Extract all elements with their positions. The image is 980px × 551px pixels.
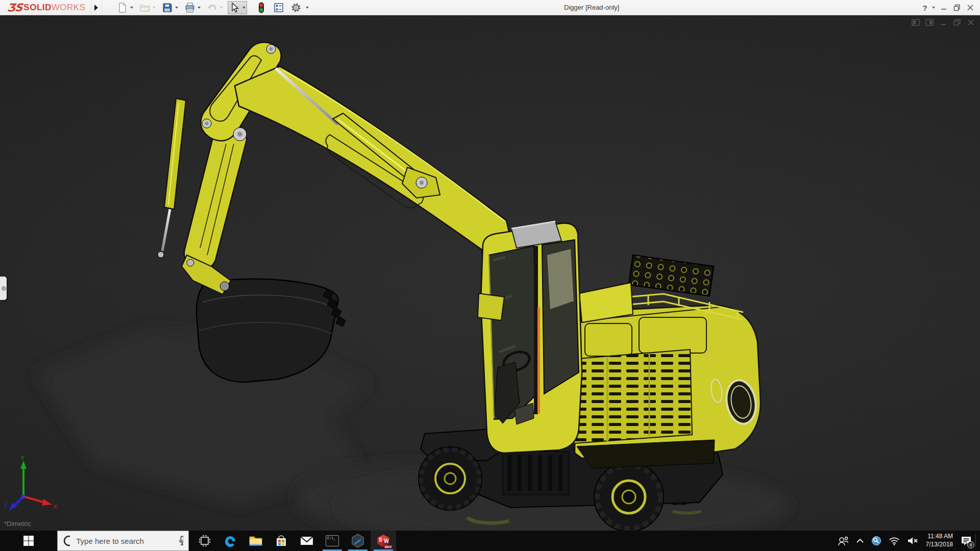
flyout-arrow-icon [94, 5, 98, 11]
hidden-icons-button[interactable] [852, 531, 868, 551]
chevron-up-icon [856, 538, 864, 543]
edge-icon [224, 534, 237, 547]
solidworks-taskbar-button[interactable]: SW 2017 [371, 531, 396, 551]
store-button[interactable] [268, 531, 294, 551]
select-tool-button[interactable] [228, 1, 247, 14]
system-tray: 11:48 AM 7/13/2018 4 [834, 531, 980, 551]
pane-toggle-icon[interactable] [911, 18, 921, 27]
pane-toggle-2-icon[interactable] [924, 18, 935, 27]
solidworks-logo-works: WORKS [52, 3, 86, 13]
dropdown-caret-icon[interactable] [130, 7, 133, 9]
menu-flyout-button[interactable] [91, 0, 102, 15]
people-button[interactable] [834, 531, 852, 551]
view-orientation-label: *Dimetric [4, 520, 31, 528]
print-icon [184, 2, 195, 13]
undo-button[interactable] [205, 1, 225, 14]
action-center-button[interactable]: 4 [957, 531, 975, 551]
taskbar-search[interactable] [57, 531, 189, 551]
new-document-icon [117, 2, 128, 13]
notification-badge: 4 [967, 541, 974, 548]
hexagon-app-button[interactable] [345, 531, 371, 551]
options-button[interactable] [289, 1, 310, 14]
dropdown-caret-icon[interactable] [306, 7, 309, 9]
options-gear-icon [290, 2, 302, 13]
close-button[interactable] [964, 0, 977, 15]
network-button[interactable] [885, 531, 903, 551]
feature-manager-collapsed-tab[interactable] [0, 277, 7, 300]
triad-x-label: X [54, 504, 57, 510]
restore-button[interactable] [950, 0, 964, 15]
sw-year-label: 2017 [384, 545, 392, 548]
task-view-button[interactable] [192, 531, 217, 551]
blue-circle-icon [871, 536, 881, 546]
doc-minimize-icon[interactable] [938, 18, 948, 27]
center-pillar [534, 246, 538, 414]
traffic-light-icon [256, 2, 267, 13]
open-button[interactable] [138, 1, 157, 14]
command-prompt-icon: C:\_ [326, 535, 339, 546]
triad-y-label: Y [21, 456, 24, 461]
save-button[interactable] [160, 1, 180, 14]
wifi-icon [889, 536, 900, 545]
selected-edge-highlight [537, 307, 540, 413]
command-prompt-button[interactable]: C:\_ [320, 531, 345, 551]
tray-date: 7/13/2018 [926, 541, 953, 549]
help-button[interactable]: ? [920, 0, 930, 15]
save-floppy-icon [162, 2, 173, 13]
file-properties-button[interactable] [272, 1, 286, 14]
triad-z-label: Z [4, 502, 7, 508]
mail-icon [300, 536, 313, 546]
new-document-button[interactable] [115, 1, 135, 14]
titlebar: ƷS SOLID WORKS [0, 0, 980, 15]
minimize-button[interactable] [937, 0, 950, 15]
document-window-controls [911, 18, 976, 27]
windows-taskbar: C:\_ SW 2017 11:48 AM [0, 531, 980, 551]
volume-button[interactable] [903, 531, 922, 551]
help-dropdown-button[interactable] [930, 0, 937, 15]
tray-app-button[interactable] [868, 531, 885, 551]
open-folder-icon [139, 2, 151, 13]
rebuild-traffic-light-button[interactable] [254, 1, 268, 14]
hexagon-app-icon [351, 534, 364, 548]
dropdown-caret-icon [932, 7, 935, 9]
print-button[interactable] [183, 1, 202, 14]
undo-arrow-icon [207, 2, 218, 13]
model-canvas[interactable] [0, 15, 980, 531]
dropdown-caret-icon[interactable] [175, 7, 178, 9]
solidworks-logo-solid: SOLID [23, 3, 51, 13]
select-cursor-icon [229, 2, 240, 13]
dropdown-caret-icon[interactable] [242, 7, 246, 9]
solidworks-logo-mark: ƷS [7, 2, 23, 14]
mail-button[interactable] [294, 531, 320, 551]
show-desktop-button[interactable] [976, 531, 980, 551]
document-title: Digger [Read-only] [564, 0, 619, 15]
quick-toolbar [115, 0, 313, 15]
window-controls: ? [920, 0, 977, 15]
windows-logo-icon [23, 535, 34, 546]
roof-grid-panel [629, 255, 714, 296]
file-explorer-icon [249, 535, 262, 546]
cab[interactable] [478, 221, 582, 453]
front-right-wheel[interactable] [594, 462, 664, 531]
file-explorer-button[interactable] [243, 531, 268, 551]
speaker-muted-icon [907, 536, 918, 545]
cortana-icon [63, 535, 70, 547]
tray-time: 11:48 AM [926, 533, 953, 541]
search-input[interactable] [76, 537, 178, 545]
task-view-icon [199, 535, 210, 546]
microphone-icon[interactable] [178, 535, 183, 546]
side-vents [566, 349, 692, 444]
solidworks-app-icon: SW 2017 [377, 534, 390, 547]
front-left-wheel[interactable] [419, 447, 482, 510]
taskbar-clock[interactable]: 11:48 AM 7/13/2018 [922, 533, 957, 548]
dropdown-caret-icon[interactable] [198, 7, 201, 9]
orientation-triad[interactable]: Y X Z [3, 456, 59, 514]
file-properties-icon [273, 2, 284, 13]
graphics-viewport[interactable]: Y X Z *Dimetric [0, 15, 980, 531]
doc-close-icon[interactable] [966, 18, 976, 27]
doc-restore-icon[interactable] [952, 18, 962, 27]
edge-button[interactable] [217, 531, 243, 551]
start-button[interactable] [0, 531, 57, 551]
store-icon [275, 535, 287, 547]
taskbar-apps: C:\_ SW 2017 [192, 531, 396, 551]
